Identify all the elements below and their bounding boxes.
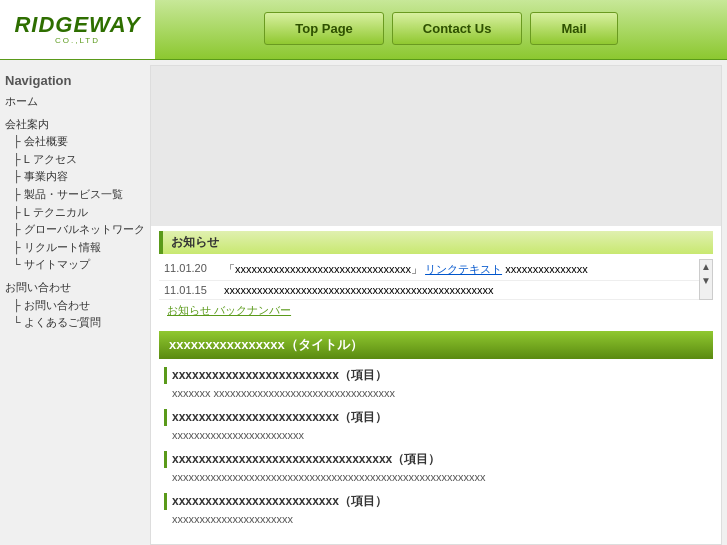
body-layout: Navigation ホーム 会社案内 ├ 会社概要 ├ L アクセス ├ 事業… bbox=[0, 60, 727, 545]
news-wrapper: 11.01.20 「xxxxxxxxxxxxxxxxxxxxxxxxxxxxxx… bbox=[159, 259, 713, 300]
sidebar-item-faq[interactable]: └ よくあるご質問 bbox=[5, 314, 145, 332]
sidebar-item-products[interactable]: ├ 製品・サービス一覧 bbox=[5, 186, 145, 204]
news-title: お知らせ bbox=[159, 231, 713, 254]
content-item-title-1: xxxxxxxxxxxxxxxxxxxxxxxxx（項目） bbox=[164, 367, 713, 384]
scroll-up-arrow[interactable]: ▲ bbox=[699, 260, 713, 274]
news-text-2: xxxxxxxxxxxxxxxxxxxxxxxxxxxxxxxxxxxxxxxx… bbox=[219, 281, 699, 300]
content-item-desc-2: xxxxxxxxxxxxxxxxxxxxxxxx bbox=[164, 429, 713, 441]
news-table: 11.01.20 「xxxxxxxxxxxxxxxxxxxxxxxxxxxxxx… bbox=[159, 259, 699, 300]
news-date-2: 11.01.15 bbox=[159, 281, 219, 300]
banner-area bbox=[151, 66, 721, 226]
news-date-1: 11.01.20 bbox=[159, 259, 219, 281]
sidebar-item-contact[interactable]: お問い合わせ bbox=[5, 279, 145, 297]
news-section: お知らせ 11.01.20 「xxxxxxxxxxxxxxxxxxxxxxxxx… bbox=[151, 226, 721, 326]
news-text-before-1: 「xxxxxxxxxxxxxxxxxxxxxxxxxxxxxxxx」 bbox=[224, 263, 422, 275]
content-header: xxxxxxxxxxxxxxxx（タイトル） bbox=[159, 331, 713, 359]
nav-top-page[interactable]: Top Page bbox=[264, 12, 384, 45]
content-item-1: xxxxxxxxxxxxxxxxxxxxxxxxx（項目） xxxxxxx xx… bbox=[159, 367, 713, 399]
header: RIDGEWAY CO.,LTD Top Page Contact Us Mai… bbox=[0, 0, 727, 60]
content-item-3: xxxxxxxxxxxxxxxxxxxxxxxxxxxxxxxxx（項目） xx… bbox=[159, 451, 713, 483]
sidebar-item-sitemap[interactable]: └ サイトマップ bbox=[5, 256, 145, 274]
content-item-title-4: xxxxxxxxxxxxxxxxxxxxxxxxx（項目） bbox=[164, 493, 713, 510]
news-link-1[interactable]: リンクテキスト bbox=[425, 263, 502, 275]
content-item-title-2: xxxxxxxxxxxxxxxxxxxxxxxxx（項目） bbox=[164, 409, 713, 426]
sidebar-item-access[interactable]: ├ L アクセス bbox=[5, 151, 145, 169]
content-item-2: xxxxxxxxxxxxxxxxxxxxxxxxx（項目） xxxxxxxxxx… bbox=[159, 409, 713, 441]
news-row-1: 11.01.20 「xxxxxxxxxxxxxxxxxxxxxxxxxxxxxx… bbox=[159, 259, 699, 281]
news-text-1: 「xxxxxxxxxxxxxxxxxxxxxxxxxxxxxxxx」 リンクテキ… bbox=[219, 259, 699, 281]
nav-mail[interactable]: Mail bbox=[530, 12, 617, 45]
news-row-2: 11.01.15 xxxxxxxxxxxxxxxxxxxxxxxxxxxxxxx… bbox=[159, 281, 699, 300]
content-item-4: xxxxxxxxxxxxxxxxxxxxxxxxx（項目） xxxxxxxxxx… bbox=[159, 493, 713, 525]
scroll-down-arrow[interactable]: ▼ bbox=[699, 274, 713, 288]
content-item-desc-3: xxxxxxxxxxxxxxxxxxxxxxxxxxxxxxxxxxxxxxxx… bbox=[164, 471, 713, 483]
content-item-desc-4: xxxxxxxxxxxxxxxxxxxxxx bbox=[164, 513, 713, 525]
content-section: xxxxxxxxxxxxxxxx（タイトル） xxxxxxxxxxxxxxxxx… bbox=[151, 326, 721, 540]
sidebar-item-technical[interactable]: ├ L テクニカル bbox=[5, 204, 145, 222]
news-content: 11.01.20 「xxxxxxxxxxxxxxxxxxxxxxxxxxxxxx… bbox=[159, 259, 699, 300]
content-item-title-3: xxxxxxxxxxxxxxxxxxxxxxxxxxxxxxxxx（項目） bbox=[164, 451, 713, 468]
main-content: お知らせ 11.01.20 「xxxxxxxxxxxxxxxxxxxxxxxxx… bbox=[150, 65, 722, 545]
logo: RIDGEWAY bbox=[14, 12, 140, 38]
logo-area: RIDGEWAY CO.,LTD bbox=[0, 0, 155, 59]
news-more-link[interactable]: お知らせ バックナンバー bbox=[159, 300, 713, 321]
content-item-desc-1: xxxxxxx xxxxxxxxxxxxxxxxxxxxxxxxxxxxxxxx… bbox=[164, 387, 713, 399]
sidebar: Navigation ホーム 会社案内 ├ 会社概要 ├ L アクセス ├ 事業… bbox=[0, 60, 150, 545]
sidebar-item-network[interactable]: ├ グローバルネットワーク bbox=[5, 221, 145, 239]
sidebar-item-business[interactable]: ├ 事業内容 bbox=[5, 168, 145, 186]
nav-bar: Top Page Contact Us Mail bbox=[155, 0, 727, 59]
sidebar-heading: Navigation bbox=[5, 73, 145, 88]
news-text-after-1: xxxxxxxxxxxxxxx bbox=[505, 263, 588, 275]
sidebar-item-home[interactable]: ホーム bbox=[5, 93, 145, 111]
sidebar-item-company[interactable]: 会社案内 bbox=[5, 116, 145, 134]
sidebar-item-inquiry[interactable]: ├ お問い合わせ bbox=[5, 297, 145, 315]
sidebar-item-recruit[interactable]: ├ リクルート情報 bbox=[5, 239, 145, 257]
sidebar-item-overview[interactable]: ├ 会社概要 bbox=[5, 133, 145, 151]
news-scrollbar[interactable]: ▲ ▼ bbox=[699, 259, 713, 300]
nav-contact-us[interactable]: Contact Us bbox=[392, 12, 523, 45]
